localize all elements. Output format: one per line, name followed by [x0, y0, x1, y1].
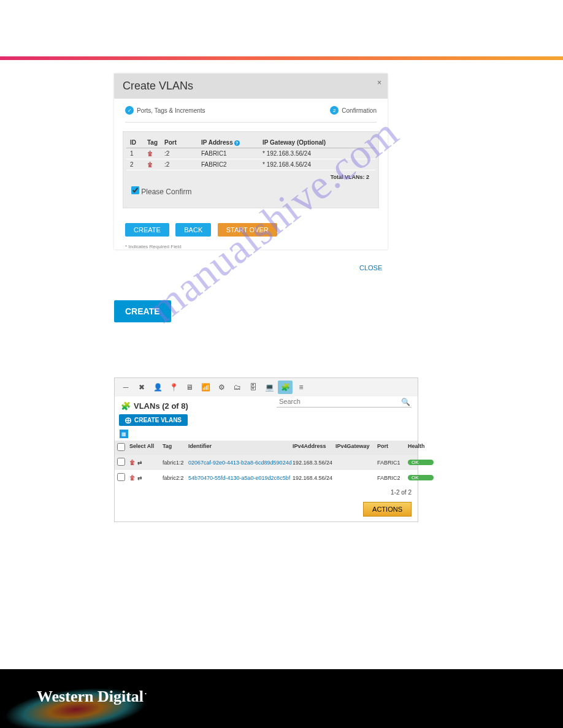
vlans-table-header: Select All Tag Identifier IPv4Address IP… — [115, 441, 418, 455]
search-wrap: 🔍 — [277, 396, 412, 408]
plus-icon: ⨁ — [125, 417, 131, 423]
col-gw: IP Gateway (Optional) — [262, 139, 348, 146]
vlan-icon[interactable]: 🧩 — [278, 381, 293, 394]
identifier-link[interactable]: 54b70470-55fd-4130-a5a0-e019d2c8c5bf — [188, 475, 293, 481]
cell-port: FABRIC1 — [201, 150, 262, 157]
select-all-checkbox[interactable] — [117, 443, 125, 451]
database-icon[interactable]: 🗄 — [246, 381, 261, 394]
swap-icon[interactable]: ⇄ — [137, 475, 142, 481]
search-icon[interactable]: 🔍 — [401, 398, 410, 406]
list-icon[interactable]: ≡ — [294, 381, 308, 394]
top-gradient-bar — [0, 56, 563, 60]
brand-name: Western Digital — [37, 688, 144, 705]
cell-tag: :2 — [164, 150, 201, 157]
table-row: 1 🗑 :2 FABRIC1 * 192.168.3.56/24 — [126, 148, 375, 159]
vlans-toolbar: ─ ✖ 👤 📍 🖥 📶 ⚙ 🗂 🗄 💻 🧩 ≡ — [115, 378, 418, 396]
col-port: Port — [377, 443, 408, 452]
trash-icon[interactable]: 🗑 — [147, 150, 164, 157]
table-row: 2 🗑 :2 FABRIC2 * 192.168.4.56/24 — [126, 159, 375, 170]
monitor-icon[interactable]: 🖥 — [182, 381, 197, 394]
close-icon[interactable]: × — [377, 78, 381, 87]
wizard-steps: Ports, Tags & Increments 2 Confirmation — [125, 106, 377, 123]
cell-id: 2 — [130, 161, 147, 168]
col-ip: IP Address? — [201, 139, 262, 146]
col-tag: Tag — [163, 443, 188, 452]
health-badge: OK — [408, 475, 434, 480]
gear-icon[interactable]: ⚙ — [214, 381, 229, 394]
page-footer: Western Digital. — [0, 669, 563, 728]
confirm-table-header: ID Tag Port IP Address? IP Gateway (Opti… — [126, 137, 375, 148]
create-vlans-modal: Create VLANs × Ports, Tags & Increments … — [114, 74, 388, 249]
cell-tag: :2 — [164, 161, 201, 168]
required-field-note: * Indicates Required Field — [114, 241, 388, 249]
pin-icon[interactable]: 📍 — [166, 381, 181, 394]
col-port: Port — [164, 139, 201, 146]
cell-port: FABRIC1 — [377, 460, 408, 466]
start-over-button[interactable]: START OVER — [218, 223, 277, 237]
table-row: 🗑⇄ fabric1:2 02067caf-92e0-4413-b2a8-6cd… — [115, 455, 418, 470]
col-tag: Tag — [147, 139, 164, 146]
cell-ip: * 192.168.4.56/24 — [262, 161, 348, 168]
please-confirm-checkbox[interactable] — [131, 186, 139, 194]
cell-ip: * 192.168.3.56/24 — [262, 150, 348, 157]
tools-icon[interactable]: ✖ — [134, 381, 149, 394]
vlans-panel: ─ ✖ 👤 📍 🖥 📶 ⚙ 🗂 🗄 💻 🧩 ≡ 🧩 VLANs (2 of 8)… — [114, 377, 418, 522]
modal-header: Create VLANs × — [114, 74, 388, 99]
actions-button[interactable]: ACTIONS — [363, 502, 412, 517]
cell-ipv4address: 192.168.4.56/24 — [293, 475, 335, 481]
cell-port: FABRIC2 — [377, 475, 408, 481]
row-checkbox[interactable] — [117, 473, 125, 481]
brand-dot: . — [145, 688, 147, 696]
grid-view-icon[interactable]: ▦ — [120, 430, 128, 438]
modal-actions: CREATE BACK START OVER — [114, 217, 388, 241]
folders-icon[interactable]: 🗂 — [230, 381, 245, 394]
cell-tag: fabric1:2 — [163, 460, 188, 466]
step2-label: Confirmation — [342, 107, 377, 114]
col-ipv4address: IPv4Address — [293, 443, 335, 452]
health-badge: OK — [408, 460, 434, 465]
back-button[interactable]: BACK — [175, 223, 211, 237]
trash-icon[interactable]: 🗑 — [129, 459, 136, 466]
create-vlans-button[interactable]: ⨁ CREATE VLANS — [119, 414, 188, 426]
confirmation-box: ID Tag Port IP Address? IP Gateway (Opti… — [123, 131, 379, 208]
col-ip-label: IP Address — [201, 139, 233, 146]
swap-icon[interactable]: ⇄ — [137, 460, 142, 466]
wifi-icon[interactable]: 📶 — [198, 381, 213, 394]
col-health: Health — [408, 443, 434, 452]
please-confirm-label: Please Confirm — [141, 188, 191, 196]
step2-number-icon: 2 — [330, 106, 339, 115]
col-id: ID — [130, 139, 147, 146]
step1-label: Ports, Tags & Increments — [137, 107, 205, 114]
table-row: 🗑⇄ fabric2:2 54b70470-55fd-4130-a5a0-e01… — [115, 470, 418, 485]
vlan-title-icon: 🧩 — [121, 401, 131, 411]
cell-ipv4address: 192.168.3.56/24 — [293, 460, 335, 466]
standalone-create-button[interactable]: CREATE — [114, 300, 171, 322]
pager-text: 1-2 of 2 — [115, 485, 418, 499]
vlans-title-count: (2 of 8) — [162, 401, 188, 411]
trash-icon[interactable]: 🗑 — [147, 161, 164, 168]
modal-title: Create VLANs — [123, 80, 193, 92]
identifier-link[interactable]: 02067caf-92e0-4413-b2a8-6cd89d59024d — [188, 460, 293, 466]
cell-tag: fabric2:2 — [163, 475, 188, 481]
search-input[interactable] — [277, 396, 412, 408]
step1-check-icon — [125, 106, 134, 115]
col-select-all: Select All — [129, 443, 163, 452]
create-button[interactable]: CREATE — [125, 223, 169, 237]
cell-port: FABRIC2 — [201, 161, 262, 168]
laptop-icon[interactable]: 💻 — [262, 381, 277, 394]
col-identifier: Identifier — [188, 443, 293, 452]
please-confirm-row: Please Confirm — [126, 185, 375, 197]
trash-icon[interactable]: 🗑 — [129, 474, 136, 481]
total-vlans-label: Total VLANs: 2 — [126, 170, 375, 185]
help-icon[interactable]: ? — [234, 140, 240, 146]
close-link[interactable]: CLOSE — [359, 264, 382, 271]
col-ipv4gateway: IPv4Gateway — [335, 443, 377, 452]
user-icon[interactable]: 👤 — [150, 381, 165, 394]
vlans-title-prefix: VLANs — [134, 401, 162, 411]
western-digital-logo: Western Digital. — [37, 688, 147, 706]
row-checkbox[interactable] — [117, 458, 125, 466]
minus-icon[interactable]: ─ — [118, 381, 133, 394]
create-vlans-label: CREATE VLANS — [134, 417, 182, 423]
cell-id: 1 — [130, 150, 147, 157]
